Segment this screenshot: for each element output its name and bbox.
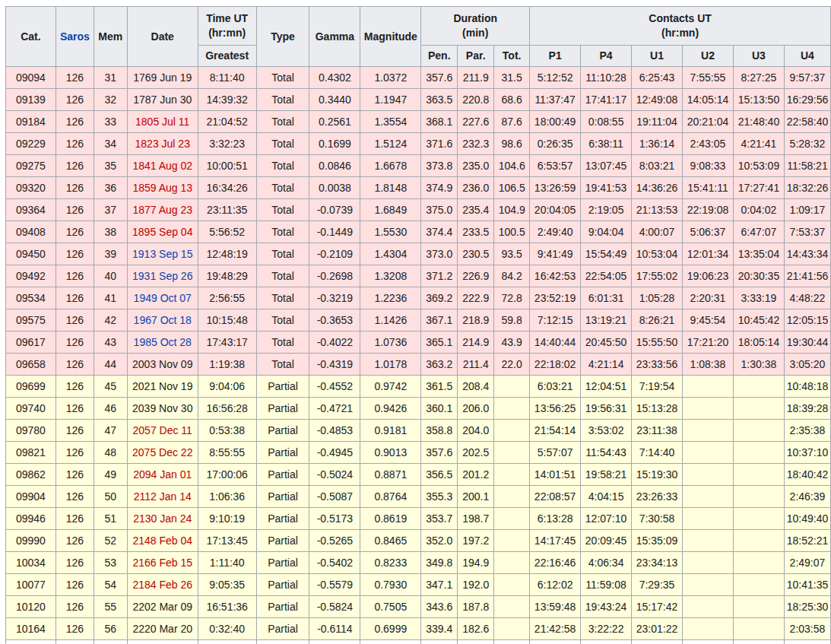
- cell-tot: 43.9: [494, 332, 530, 354]
- cell-p1: 6:53:57: [530, 155, 581, 177]
- cell-p4: 2:19:05: [581, 199, 632, 221]
- cell-p4: 13:19:21: [581, 309, 632, 332]
- cell-u2: 1:08:38: [683, 354, 734, 376]
- date-link[interactable]: 1967 Oct 18: [134, 314, 192, 326]
- cell-p1: 23:52:19: [530, 287, 581, 309]
- cell-tot: 84.2: [494, 265, 530, 287]
- cell-saros: 126: [56, 199, 94, 221]
- cell-saros: 126: [56, 155, 94, 177]
- cell-par: 218.9: [458, 309, 494, 332]
- cell-cat: 09740: [6, 398, 56, 420]
- cell-u4: 9:57:37: [784, 67, 830, 89]
- table-row: 10120126552202 Mar 0916:51:36Partial-0.5…: [6, 596, 831, 618]
- cell-type: Partial: [256, 618, 309, 640]
- date-link[interactable]: 2057 Dec 11: [133, 424, 192, 436]
- cell-pen: 352.0: [421, 530, 458, 552]
- cell-date: 1949 Oct 07: [127, 287, 198, 309]
- cell-u1: 6:25:43: [632, 67, 683, 89]
- cell-p1: 22:08:57: [530, 486, 581, 508]
- date-link[interactable]: 1805 Jul 11: [135, 116, 189, 128]
- cell-par: 236.0: [458, 177, 494, 199]
- date-link[interactable]: 1913 Sep 15: [132, 248, 192, 260]
- cell-u4: 10:49:40: [784, 508, 830, 530]
- date-link[interactable]: 2148 Feb 04: [132, 535, 192, 547]
- date-link[interactable]: 1859 Aug 13: [132, 182, 192, 194]
- date-link[interactable]: 1985 Oct 28: [134, 336, 192, 348]
- cell-p4: 19:41:53: [581, 177, 632, 199]
- cell-p4: 15:54:49: [581, 243, 632, 265]
- cell-p1: 6:13:28: [530, 508, 581, 530]
- cell-pen: 371.2: [421, 265, 458, 287]
- cell-p4: 6:01:31: [581, 287, 632, 309]
- cell-u3: [733, 508, 784, 530]
- cell-saros: 126: [56, 398, 94, 420]
- cutoff-cell: [581, 640, 632, 644]
- cell-mem: 41: [94, 287, 127, 309]
- cell-type: Total: [256, 199, 309, 221]
- cell-p4: 17:41:17: [581, 89, 632, 111]
- cell-tot: 104.9: [494, 199, 530, 221]
- cell-pen: 355.3: [421, 486, 458, 508]
- cell-cat: 09862: [6, 464, 56, 486]
- cell-u1: 17:55:02: [632, 265, 683, 287]
- table-row: 09821126482075 Dec 228:55:55Partial-0.49…: [6, 442, 831, 464]
- cell-mem: 46: [94, 398, 127, 420]
- col-header-u3: U3: [733, 46, 784, 67]
- cell-u2: 14:05:14: [683, 89, 734, 111]
- cell-mem: 55: [94, 596, 127, 618]
- duration-line1: Duration: [423, 11, 528, 26]
- date-link[interactable]: 1823 Jul 23: [135, 138, 190, 150]
- cell-magnitude: 1.5530: [360, 221, 421, 243]
- date-link[interactable]: 2075 Dec 22: [132, 446, 192, 458]
- cell-u2: 5:06:37: [683, 221, 734, 243]
- cell-par: 192.0: [458, 574, 494, 596]
- cell-u2: [683, 508, 734, 530]
- cell-pen: 371.6: [421, 133, 458, 155]
- date-link[interactable]: 2184 Feb 26: [132, 579, 192, 591]
- date-link[interactable]: 1895 Sep 04: [132, 226, 192, 238]
- cell-type: Total: [256, 287, 309, 309]
- cell-u3: 0:04:02: [733, 199, 784, 221]
- cell-gamma: 0.0846: [309, 155, 360, 177]
- date-link[interactable]: 1949 Oct 07: [134, 292, 192, 304]
- date-link[interactable]: 1931 Sep 26: [132, 270, 192, 282]
- date-link[interactable]: 1841 Aug 02: [132, 160, 192, 172]
- cell-pen: 374.9: [421, 177, 458, 199]
- cell-date: 1895 Sep 04: [127, 221, 198, 243]
- cell-tot: 98.6: [494, 133, 530, 155]
- cell-par: 211.9: [458, 67, 494, 89]
- cell-magnitude: 1.0178: [360, 354, 421, 376]
- cell-date: 2112 Jan 14: [127, 486, 198, 508]
- cell-magnitude: 0.7505: [360, 596, 421, 618]
- cell-pen: 363.5: [421, 89, 458, 111]
- cell-mem: 37: [94, 199, 127, 221]
- cell-cat: 10034: [6, 552, 56, 574]
- cell-u1: 1:36:14: [632, 133, 683, 155]
- cell-saros: 126: [56, 354, 94, 376]
- cell-tot: [494, 442, 530, 464]
- date-link[interactable]: 2112 Jan 14: [134, 490, 192, 503]
- cell-gamma: -0.5402: [309, 552, 360, 574]
- cell-par: 235.4: [458, 199, 494, 221]
- cell-u3: 10:45:42: [733, 309, 784, 332]
- date-link[interactable]: 1877 Aug 23: [132, 204, 192, 216]
- cell-u3: [733, 398, 784, 420]
- saros-link[interactable]: Saros: [60, 30, 90, 43]
- date-link[interactable]: 2130 Jan 24: [133, 512, 192, 525]
- cell-greatest: 5:56:52: [198, 221, 256, 243]
- cell-u4: 16:29:56: [784, 89, 830, 111]
- cell-p4: 11:59:08: [581, 574, 632, 596]
- cell-u2: 15:41:11: [683, 177, 734, 199]
- date-link[interactable]: 2094 Jan 01: [133, 468, 192, 481]
- cell-u2: [683, 486, 734, 508]
- cell-cat: 09364: [6, 199, 56, 221]
- date-link[interactable]: 2166 Feb 15: [132, 557, 192, 569]
- cell-u4: 18:25:30: [784, 596, 830, 618]
- cell-greatest: 0:32:40: [198, 618, 256, 640]
- cell-p1: 13:59:48: [530, 596, 581, 618]
- cell-u1: 7:30:58: [632, 508, 683, 530]
- cell-p1: 18:00:49: [530, 111, 581, 133]
- cell-gamma: -0.6114: [309, 618, 360, 640]
- cell-u1: 8:26:21: [632, 309, 683, 332]
- cell-magnitude: 1.6678: [360, 155, 421, 177]
